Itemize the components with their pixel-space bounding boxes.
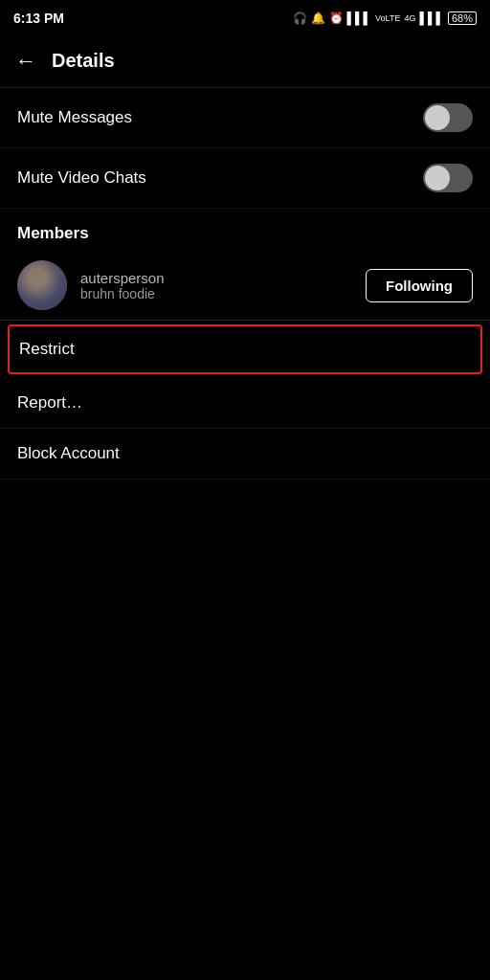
following-button[interactable]: Following bbox=[366, 269, 473, 302]
signal-icon: ▌▌▌ bbox=[347, 11, 372, 25]
status-icons: 🎧 🔔 ⏰ ▌▌▌ VoLTE 4G ▌▌▌ 68% bbox=[293, 11, 477, 25]
volte-icon: VoLTE bbox=[375, 13, 400, 23]
avatar bbox=[17, 260, 67, 310]
4g-icon: 4G bbox=[404, 13, 415, 23]
signal2-icon: ▌▌▌ bbox=[419, 11, 444, 25]
headset-icon: 🎧 bbox=[293, 11, 307, 25]
member-username: autersperson bbox=[80, 270, 352, 286]
header: ← Details bbox=[0, 34, 490, 88]
member-row: autersperson bruhn foodie Following bbox=[0, 251, 490, 320]
block-account-action[interactable]: Block Account bbox=[0, 429, 490, 479]
member-info: autersperson bruhn foodie bbox=[80, 270, 352, 301]
avatar-image bbox=[17, 260, 67, 310]
bell-icon: 🔔 bbox=[311, 11, 325, 25]
page-title: Details bbox=[52, 50, 115, 72]
member-name: bruhn foodie bbox=[80, 286, 352, 301]
battery-level: 68 bbox=[452, 12, 463, 24]
toggle-knob-messages bbox=[425, 105, 450, 130]
back-button[interactable]: ← bbox=[15, 49, 36, 74]
battery-icon: 68% bbox=[448, 11, 477, 25]
toggle-knob-video bbox=[425, 166, 450, 190]
status-time: 6:13 PM bbox=[13, 11, 64, 26]
mute-video-chats-toggle[interactable] bbox=[423, 164, 473, 192]
mute-video-chats-row: Mute Video Chats bbox=[0, 148, 490, 209]
members-section-header: Members bbox=[0, 209, 490, 251]
mute-messages-toggle[interactable] bbox=[423, 103, 473, 132]
mute-messages-row: Mute Messages bbox=[0, 88, 490, 148]
restrict-action[interactable]: Restrict bbox=[8, 324, 482, 374]
status-bar: 6:13 PM 🎧 🔔 ⏰ ▌▌▌ VoLTE 4G ▌▌▌ 68% bbox=[0, 0, 490, 34]
mute-video-chats-label: Mute Video Chats bbox=[17, 168, 146, 188]
alarm-icon: ⏰ bbox=[329, 11, 344, 25]
report-action[interactable]: Report… bbox=[0, 378, 490, 429]
mute-messages-label: Mute Messages bbox=[17, 108, 132, 127]
settings-section: Mute Messages Mute Video Chats bbox=[0, 88, 490, 209]
divider bbox=[0, 320, 490, 321]
